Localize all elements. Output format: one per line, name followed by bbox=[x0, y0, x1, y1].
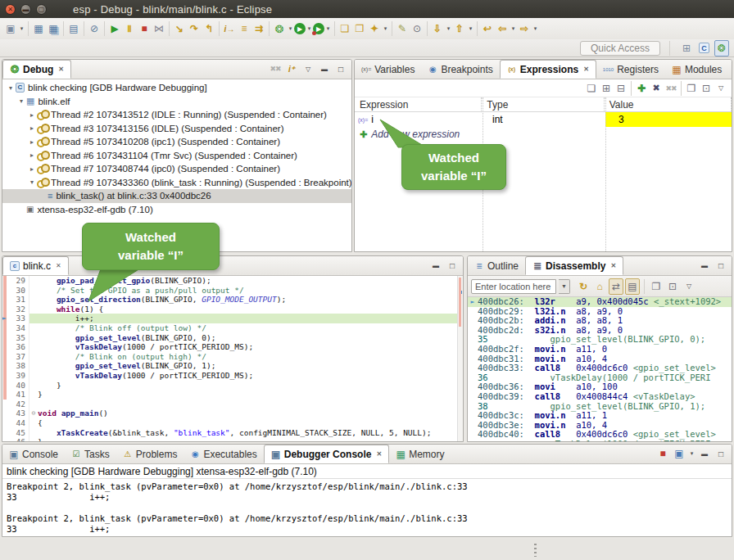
tab-close-icon[interactable]: ✕ bbox=[56, 262, 61, 269]
code-line[interactable]: 32 while(1) { bbox=[2, 305, 463, 314]
suspend-icon[interactable]: Ⅱ bbox=[122, 20, 137, 37]
line-number[interactable]: 40 bbox=[11, 381, 29, 391]
annotation-ruler-cell[interactable] bbox=[2, 276, 11, 286]
line-number[interactable]: 37 bbox=[11, 352, 29, 362]
maximize-icon[interactable]: □ bbox=[714, 257, 728, 273]
tab-outline[interactable]: ≡Outline bbox=[468, 256, 525, 275]
tab-debugger-console[interactable]: ▣Debugger Console✕ bbox=[264, 445, 389, 463]
minimize-icon[interactable]: ▬ bbox=[697, 445, 712, 462]
display-console-icon[interactable]: ▣ bbox=[672, 445, 686, 462]
view-menu-icon[interactable]: ▽ bbox=[682, 278, 696, 295]
code-line[interactable]: ►33 i++; bbox=[2, 314, 463, 323]
debug-tree-row[interactable]: ▾▦blink.elf bbox=[2, 95, 351, 109]
annotation-ruler-cell[interactable] bbox=[2, 305, 11, 314]
remove-expression-icon[interactable]: ✖ bbox=[649, 80, 664, 97]
use-step-filters-icon[interactable]: ⇉ bbox=[251, 20, 266, 37]
line-number[interactable]: 46 bbox=[11, 437, 29, 442]
code-line[interactable]: 29 gpio_pad_select_gpio(BLINK_GPIO); bbox=[2, 276, 463, 286]
tree-expander-icon[interactable]: ▸ bbox=[27, 111, 37, 119]
debug-icon[interactable]: ❂ bbox=[272, 20, 287, 37]
window-maximize-button[interactable]: ▢ bbox=[36, 4, 47, 15]
code-line[interactable]: 41} bbox=[2, 390, 463, 400]
annotation-ruler-cell[interactable]: ► bbox=[2, 314, 11, 323]
code-line[interactable]: 40 } bbox=[2, 381, 463, 391]
window-close-button[interactable]: ✕ bbox=[5, 4, 16, 15]
line-number[interactable]: 42 bbox=[11, 400, 29, 409]
debug-tree-row[interactable]: ▸Thread #3 1073413156 (IDLE) (Suspended … bbox=[2, 122, 351, 136]
location-dropdown-icon[interactable]: ▼ bbox=[559, 279, 570, 294]
step-return-icon[interactable]: ↰ bbox=[202, 20, 216, 37]
terminate-icon[interactable]: ■ bbox=[655, 445, 670, 462]
step-into-icon[interactable]: ↘ bbox=[172, 20, 187, 37]
save-icon[interactable]: ▦ bbox=[31, 20, 46, 37]
line-number[interactable]: 34 bbox=[11, 323, 29, 333]
annotation-ruler-cell[interactable] bbox=[2, 323, 11, 333]
line-number[interactable]: 45 bbox=[11, 428, 29, 438]
terminate-icon[interactable]: ■ bbox=[137, 20, 152, 37]
remove-all-expressions-icon[interactable]: ✖✖ bbox=[664, 80, 678, 97]
new-dropdown-icon[interactable]: ▾ bbox=[18, 20, 25, 37]
debug-tree-row[interactable]: ▣xtensa-esp32-elf-gdb (7.10) bbox=[2, 203, 351, 217]
debug-tree-row[interactable]: ▸Thread #6 1073431104 (Tmr Svc) (Suspend… bbox=[2, 149, 351, 163]
debug-tree-row[interactable]: ▸Thread #7 1073408744 (ipc0) (Suspended … bbox=[2, 162, 351, 176]
debug-tree-row[interactable]: ≡blink_task() at blink.c:33 0x400dbc26 bbox=[2, 189, 351, 203]
quick-access-button[interactable]: Quick Access bbox=[580, 41, 660, 56]
show-columns-icon[interactable]: ❏ bbox=[584, 80, 599, 97]
code-line[interactable]: 31 gpio_set_direction(BLINK_GPIO, GPIO_M… bbox=[2, 295, 463, 305]
code-line[interactable]: 30 /* Set the GPIO as a push/pull output… bbox=[2, 286, 463, 296]
debug-dropdown-icon[interactable]: ▾ bbox=[287, 20, 294, 37]
home-icon[interactable]: ⌂ bbox=[592, 278, 607, 295]
last-edit-location-icon[interactable]: ↩ bbox=[480, 20, 495, 37]
console-dropdown-icon[interactable]: ▾ bbox=[688, 445, 695, 462]
instruction-stepping-icon[interactable]: i→ bbox=[222, 20, 237, 37]
annotation-ruler-cell[interactable] bbox=[2, 333, 11, 343]
line-number[interactable]: 35 bbox=[11, 333, 29, 343]
tab-tasks[interactable]: ☑Tasks bbox=[65, 445, 116, 463]
maximize-icon[interactable]: □ bbox=[445, 257, 460, 273]
new-icon[interactable]: ▣ bbox=[3, 20, 18, 37]
debug-tree-row[interactable]: ▾Thread #9 1073433360 (blink_task : Runn… bbox=[2, 176, 351, 190]
tab-close-icon[interactable]: ✕ bbox=[58, 65, 64, 73]
overview-ruler[interactable] bbox=[457, 276, 463, 441]
column-header-value[interactable]: Value bbox=[605, 97, 732, 112]
back-dropdown-icon[interactable]: ▾ bbox=[510, 20, 517, 37]
tab-registers[interactable]: 1010Registers bbox=[596, 60, 665, 79]
debug-tree-row[interactable]: ▸Thread #5 1073410208 (ipc1) (Suspended … bbox=[2, 135, 351, 149]
minimize-icon[interactable]: ▬ bbox=[317, 61, 332, 77]
line-number[interactable]: 43 bbox=[11, 409, 29, 418]
new-view-icon[interactable]: ❐ bbox=[684, 80, 699, 97]
annotation-ruler-cell[interactable] bbox=[2, 352, 11, 362]
tab-modules[interactable]: ▦Modules bbox=[665, 60, 728, 79]
tree-expander-icon[interactable]: ▾ bbox=[27, 178, 37, 186]
tree-expander-icon[interactable]: ▸ bbox=[27, 124, 37, 132]
sync-selection-icon[interactable]: ⇄ bbox=[609, 278, 623, 295]
line-number[interactable]: 31 bbox=[11, 295, 29, 305]
column-header-type[interactable]: Type bbox=[482, 97, 604, 112]
pin-view-icon[interactable]: ⊡ bbox=[699, 80, 714, 97]
collapse-all-icon[interactable]: ⊟ bbox=[614, 80, 628, 97]
refresh-icon[interactable]: ↻ bbox=[576, 278, 591, 295]
open-folder-icon[interactable]: ❐ bbox=[352, 20, 367, 37]
tree-expander-icon[interactable]: ▸ bbox=[27, 151, 37, 159]
remove-all-terminated-icon[interactable]: ✖✖ bbox=[268, 61, 283, 77]
annotation-ruler-cell[interactable] bbox=[2, 437, 11, 442]
line-number[interactable]: 30 bbox=[11, 286, 29, 296]
line-number[interactable]: 36 bbox=[11, 342, 29, 352]
instruction-stepping-icon[interactable]: i⁺ bbox=[284, 61, 299, 77]
code-line[interactable]: 37 /* Blink on (output high) */ bbox=[2, 352, 463, 362]
fold-marker-icon[interactable]: ⊖ bbox=[29, 409, 38, 418]
external-tools-dropdown-icon[interactable]: ▾ bbox=[324, 20, 332, 37]
tab-memory[interactable]: ▦Memory bbox=[389, 445, 451, 463]
drop-to-frame-icon[interactable]: ≡ bbox=[237, 20, 251, 37]
annotation-ruler-cell[interactable] bbox=[2, 371, 11, 381]
tab-close-icon[interactable]: ✕ bbox=[610, 262, 616, 269]
code-line[interactable]: 36 vTaskDelay(1000 / portTICK_PERIOD_MS)… bbox=[2, 342, 463, 352]
line-number[interactable]: 33 bbox=[11, 314, 29, 323]
disassembly-listing[interactable]: ►400dbc26: l32r a9, 0x400d045c <_stext+1… bbox=[468, 297, 732, 441]
add-expression-icon[interactable]: ✚ bbox=[634, 80, 649, 97]
resume-icon[interactable]: ▶ bbox=[107, 20, 122, 37]
tab-problems[interactable]: ⚠Problems bbox=[116, 445, 184, 463]
code-line[interactable]: 35 gpio_set_level(BLINK_GPIO, 0); bbox=[2, 333, 463, 343]
maximize-icon[interactable]: □ bbox=[333, 61, 348, 77]
tab-disassembly[interactable]: ≣Disassembly✕ bbox=[525, 256, 623, 275]
